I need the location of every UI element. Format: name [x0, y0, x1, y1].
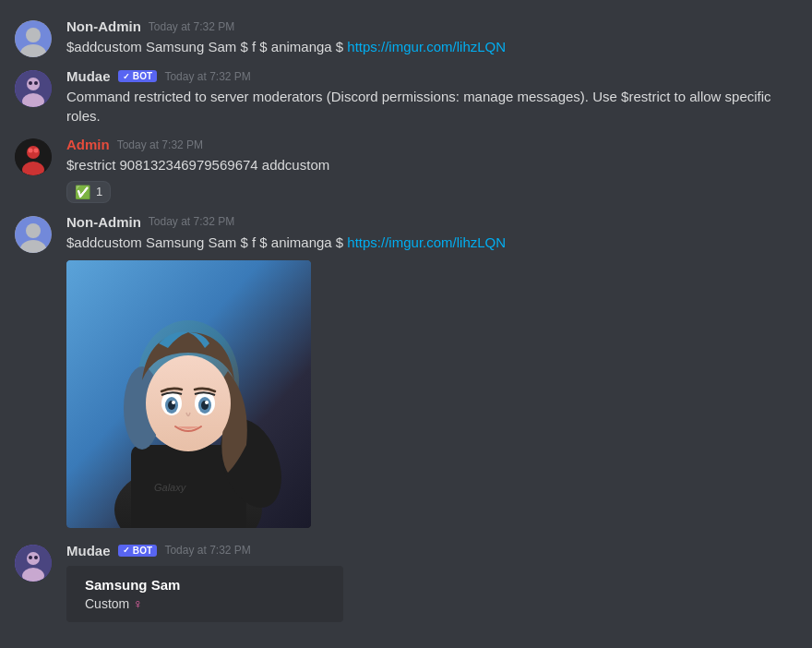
message-group: Non-Admin Today at 7:32 PM $addcustom Sa… [0, 15, 812, 61]
svg-point-1 [26, 28, 41, 42]
message-content: Non-Admin Today at 7:32 PM $addcustom Sa… [66, 214, 797, 532]
username[interactable]: Admin [66, 137, 110, 152]
message-group: Mudae ✓ BOT Today at 7:32 PM Command res… [0, 65, 812, 129]
reaction-container: ✅ 1 [66, 181, 797, 203]
timestamp: Today at 7:32 PM [149, 20, 234, 33]
svg-point-11 [29, 149, 33, 153]
timestamp: Today at 7:32 PM [164, 544, 250, 557]
message-text: $restrict 908132346979569674 addcustom [66, 156, 797, 175]
message-body: Command restricted to server moderators … [66, 89, 771, 124]
bot-label: BOT [133, 546, 153, 556]
avatar [15, 545, 52, 582]
svg-point-14 [26, 223, 41, 238]
message-content: Non-Admin Today at 7:32 PM $addcustom Sa… [66, 18, 797, 57]
message-body: $addcustom Samsung Sam $ f $ animanga $ [66, 39, 347, 54]
svg-point-31 [172, 401, 175, 404]
svg-point-37 [29, 556, 32, 559]
username[interactable]: Mudae [66, 68, 111, 84]
avatar [15, 20, 52, 57]
username[interactable]: Non-Admin [66, 18, 141, 34]
embed-title: Samsung Sam [85, 577, 328, 593]
svg-point-4 [27, 78, 40, 90]
svg-point-7 [34, 81, 38, 85]
svg-point-6 [29, 81, 32, 85]
bot-label: BOT [133, 71, 153, 81]
message-link[interactable]: https://imgur.com/lihzLQN [347, 234, 506, 250]
svg-point-32 [205, 401, 209, 404]
reaction-button[interactable]: ✅ 1 [66, 181, 111, 203]
svg-text:Galaxy: Galaxy [154, 482, 187, 493]
svg-point-24 [146, 355, 231, 451]
avatar [15, 216, 52, 253]
svg-point-9 [27, 146, 40, 159]
bot-badge: ✓ BOT [118, 70, 158, 82]
message-header: Admin Today at 7:32 PM [66, 137, 797, 152]
message-header: Non-Admin Today at 7:32 PM [66, 18, 797, 34]
message-content: Mudae ✓ BOT Today at 7:32 PM Command res… [66, 68, 797, 126]
embed-desc-text: Custom [85, 596, 129, 611]
embed-description: Custom ♀ [85, 596, 328, 611]
samsung-sam-image: Galaxy [66, 260, 311, 528]
message-header: Mudae ✓ BOT Today at 7:32 PM [66, 543, 797, 558]
svg-point-38 [34, 556, 38, 559]
gender-icon: ♀ [133, 596, 143, 611]
message-text: $addcustom Samsung Sam $ f $ animanga $ … [66, 38, 797, 57]
message-body: $addcustom Samsung Sam $ f $ animanga $ [66, 234, 347, 250]
reaction-emoji: ✅ [75, 185, 90, 199]
message-group: Mudae ✓ BOT Today at 7:32 PM Samsung Sam… [0, 539, 812, 626]
message-group: Admin Today at 7:32 PM $restrict 9081323… [0, 133, 812, 207]
reaction-count: 1 [96, 185, 102, 198]
message-text: $addcustom Samsung Sam $ f $ animanga $ … [66, 234, 797, 253]
message-group: Non-Admin Today at 7:32 PM $addcustom Sa… [0, 210, 812, 535]
message-content: Mudae ✓ BOT Today at 7:32 PM Samsung Sam… [66, 543, 797, 622]
timestamp: Today at 7:32 PM [164, 70, 250, 83]
message-header: Mudae ✓ BOT Today at 7:32 PM [66, 68, 797, 84]
avatar [15, 70, 52, 107]
image-attachment[interactable]: Galaxy [66, 260, 311, 528]
check-icon: ✓ [123, 72, 130, 81]
embed-card: Samsung Sam Custom ♀ [66, 566, 343, 622]
svg-point-35 [27, 552, 40, 565]
message-body: $restrict 908132346979569674 addcustom [66, 157, 329, 173]
bot-badge: ✓ BOT [118, 545, 158, 557]
check-icon: ✓ [123, 546, 130, 555]
timestamp: Today at 7:32 PM [117, 138, 203, 151]
username[interactable]: Mudae [66, 543, 111, 558]
message-link[interactable]: https://imgur.com/lihzLQN [347, 39, 506, 54]
message-content: Admin Today at 7:32 PM $restrict 9081323… [66, 137, 797, 203]
message-header: Non-Admin Today at 7:32 PM [66, 214, 797, 230]
svg-point-12 [34, 149, 39, 153]
message-text: Command restricted to server moderators … [66, 88, 797, 126]
timestamp: Today at 7:32 PM [149, 215, 234, 228]
messages-container: Non-Admin Today at 7:32 PM $addcustom Sa… [0, 0, 812, 644]
avatar [15, 138, 52, 175]
username[interactable]: Non-Admin [66, 214, 141, 230]
